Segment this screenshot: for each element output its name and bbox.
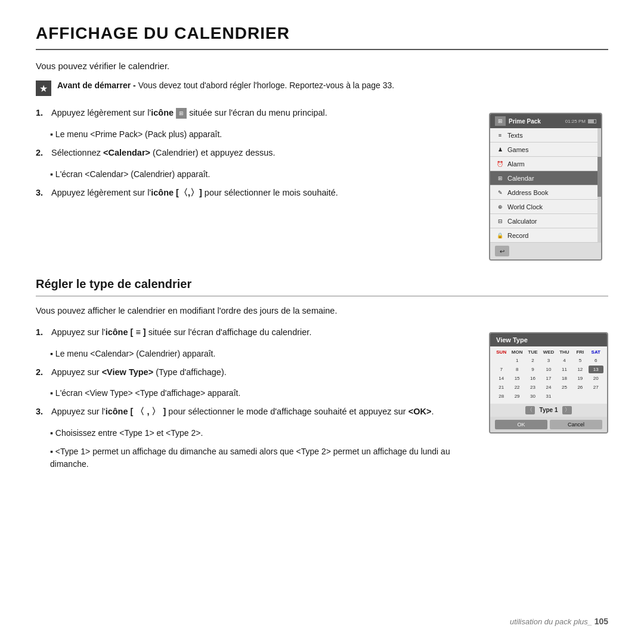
type-next-button[interactable]: 〉 <box>562 406 572 414</box>
cancel-button[interactable]: Cancel <box>550 420 602 429</box>
menu-item-calculator[interactable]: ⊟ Calculator <box>490 214 601 228</box>
battery-icon <box>588 119 596 123</box>
s2-step-3-sub1: Choisissez entre <Type 1> et <Type 2>. <box>50 427 477 439</box>
step-2-num: 2. <box>36 147 47 160</box>
cal-cell: 30 <box>525 392 540 400</box>
cal-days-header: SUN MON TUE WED THU FRI SAT <box>494 349 603 355</box>
type-prev-button[interactable]: 〈 <box>525 406 535 414</box>
cal-cell: 12 <box>572 366 587 373</box>
menu-item-address-book[interactable]: ✎ Address Book <box>490 185 601 200</box>
calculator-icon: ⊟ <box>496 217 504 225</box>
games-label: Games <box>507 146 528 153</box>
cal-cell: 2 <box>525 357 540 364</box>
page: AFFICHAGE DU CALENDRIER Vous pouvez véri… <box>0 0 644 644</box>
day-thu: THU <box>557 349 572 355</box>
s2-step-2-num: 2. <box>36 366 47 379</box>
cal-cell: 21 <box>494 383 509 391</box>
texts-label: Texts <box>507 132 523 139</box>
s2-step-3-sub2: <Type 1> permet un affichage du dimanche… <box>50 445 477 470</box>
cal-cell <box>589 392 603 400</box>
cal-cell: 31 <box>541 392 556 400</box>
ok-button[interactable]: OK <box>495 420 547 429</box>
cal-cell: 16 <box>525 374 540 382</box>
step-1: 1. Appuyez légèrement sur l'icône ⊞ situ… <box>36 107 477 120</box>
menu-list: ≡ Texts ♟ Games ⏰ Alarm <box>490 128 601 243</box>
section1-content: 1. Appuyez légèrement sur l'icône ⊞ situ… <box>36 107 608 261</box>
view-type-screen: View Type SUN MON TUE WED THU FRI SAT <box>489 332 608 434</box>
address-book-icon: ✎ <box>496 188 504 196</box>
cal-cell: 8 <box>509 366 524 373</box>
device-mockup-2: View Type SUN MON TUE WED THU FRI SAT <box>489 326 608 434</box>
cal-cell <box>557 392 572 400</box>
s2-step-3: 3. Appuyez sur l'icône [ 〈 , 〉 ] pour sé… <box>36 405 477 419</box>
step-3-num: 3. <box>36 187 47 200</box>
step-2-sub: L'écran <Calendar> (Calendrier) apparaît… <box>50 168 477 181</box>
s2-step-2-text: Appuyez sur <View Type> (Type d'affichag… <box>51 366 227 379</box>
cal-cell: 15 <box>509 374 524 382</box>
day-mon: MON <box>509 349 524 355</box>
record-label: Record <box>507 232 528 239</box>
cal-cell: 29 <box>509 392 524 400</box>
cal-cell: 3 <box>541 357 556 364</box>
texts-icon: ≡ <box>496 131 504 139</box>
page-title: AFFICHAGE DU CALENDRIER <box>36 24 608 50</box>
note-box: ★ Avant de démarrer - Vous devez tout d'… <box>36 79 608 96</box>
view-type-title: View Type <box>496 336 528 343</box>
note-bold: Avant de démarrer - <box>57 80 136 90</box>
note-text: Avant de démarrer - Vous devez tout d'ab… <box>57 79 394 92</box>
calculator-label: Calculator <box>507 218 537 225</box>
day-wed: WED <box>541 349 556 355</box>
cal-cell: 1 <box>509 357 524 364</box>
menu-item-games[interactable]: ♟ Games <box>490 143 601 157</box>
world-clock-icon: ⊕ <box>496 203 504 210</box>
cal-action-row: OK Cancel <box>490 417 607 432</box>
menu-item-calendar[interactable]: ⊞ Calendar <box>490 171 601 185</box>
s2-step-1: 1. Appuyez sur l'icône [ ≡ ] située sur … <box>36 326 477 339</box>
cal-cell: 22 <box>509 383 524 391</box>
footer-text: utilisation du pack plus_ <box>510 617 592 626</box>
section2-content: 1. Appuyez sur l'icône [ ≡ ] située sur … <box>36 326 608 476</box>
cal-cell <box>572 392 587 400</box>
step-2: 2. Sélectionnez <Calendar> (Calendrier) … <box>36 147 477 160</box>
steps-section2: 1. Appuyez sur l'icône [ ≡ ] située sur … <box>36 326 477 476</box>
intro-text: Vous pouvez vérifier le calendrier. <box>36 61 608 71</box>
back-button[interactable]: ↩ <box>495 246 509 256</box>
step-2-text: Sélectionnez <Calendar> (Calendrier) et … <box>51 147 275 160</box>
type-label: Type 1 <box>540 407 558 413</box>
s2-step-2: 2. Appuyez sur <View Type> (Type d'affic… <box>36 366 477 379</box>
scrollbar-thumb <box>597 157 601 197</box>
device-footer: ↩ <box>490 243 601 259</box>
cal-cell: 18 <box>557 374 572 382</box>
cal-cell: 26 <box>572 383 587 391</box>
device-time: 01:25 PM <box>565 119 586 124</box>
cal-cell: 10 <box>541 366 556 373</box>
cal-cell: 17 <box>541 374 556 382</box>
section2-heading: Régler le type de calendrier <box>36 277 608 296</box>
cal-cell: 5 <box>572 357 587 364</box>
cal-cell: 7 <box>494 366 509 373</box>
page-footer: utilisation du pack plus_ 105 <box>510 617 608 626</box>
step-1-sub: Le menu <Prime Pack> (Pack plus) apparaî… <box>50 128 477 141</box>
cal-cell: 11 <box>557 366 572 373</box>
menu-item-record[interactable]: 🔒 Record <box>490 228 601 243</box>
games-icon: ♟ <box>496 145 504 153</box>
device-cal-icon: ⊞ <box>495 116 506 126</box>
cal-cell: 9 <box>525 366 540 373</box>
cal-cell: 23 <box>525 383 540 391</box>
cal-row-3: 14 15 16 17 18 19 20 <box>494 374 603 382</box>
cal-cell: 20 <box>589 374 603 382</box>
steps-section1: 1. Appuyez légèrement sur l'icône ⊞ situ… <box>36 107 477 208</box>
menu-item-texts[interactable]: ≡ Texts <box>490 128 601 143</box>
world-clock-label: World Clock <box>507 203 543 210</box>
step-1-num: 1. <box>36 107 47 120</box>
scrollbar-track <box>597 128 601 243</box>
step-3-text: Appuyez légèrement sur l'icône [〈,〉] pou… <box>51 187 338 200</box>
menu-scroll-area: ≡ Texts ♟ Games ⏰ Alarm <box>490 128 601 243</box>
cal-row-1: 1 2 3 4 5 6 <box>494 357 603 364</box>
s2-step-1-sub: Le menu <Calendar> (Calendrier) apparaît… <box>50 348 477 360</box>
day-sat: SAT <box>589 349 603 355</box>
cal-screen-header: View Type <box>490 333 607 346</box>
menu-item-alarm[interactable]: ⏰ Alarm <box>490 157 601 171</box>
menu-item-world-clock[interactable]: ⊕ World Clock <box>490 200 601 214</box>
device-status-bar: 01:25 PM <box>565 119 596 124</box>
